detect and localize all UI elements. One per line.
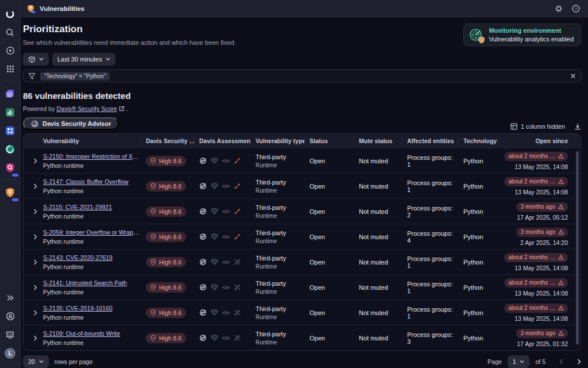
help-icon[interactable]: ? <box>572 5 580 13</box>
col-header-davis-assessment[interactable]: Davis Assessment <box>195 137 251 145</box>
table-body: S-2150: Improper Restriction of XML E… P… <box>24 148 581 350</box>
expand-sidebar-icon[interactable] <box>3 290 18 305</box>
table-row[interactable]: S-2143: CVE-2020-27619 Python runtime Hi… <box>24 249 581 274</box>
vertical-scrollbar[interactable] <box>576 151 579 344</box>
vulnerability-link[interactable]: S-2059: Integer Overflow or Wraparou… <box>43 229 141 236</box>
expand-row-chevron-icon[interactable] <box>30 234 40 240</box>
monitoring-environment-card[interactable]: Monitoring environment Vulnerability ana… <box>463 24 581 46</box>
expand-row-chevron-icon[interactable] <box>30 285 40 290</box>
table-row[interactable]: S-2135: CVE-2019-10160 Python runtime Hi… <box>24 300 581 325</box>
vulnerability-layer: Runtime <box>256 263 300 270</box>
col-header-affected-entities[interactable]: Affected entities <box>403 137 459 145</box>
technology-value: Python <box>459 259 499 266</box>
insights-icon[interactable] <box>3 327 18 342</box>
playback-icon[interactable] <box>3 43 18 58</box>
app-title: Vulnerabilities <box>40 5 84 12</box>
davis-assessment-cell: <!> <box>195 233 251 240</box>
affected-entities-value: Process groups: 1 <box>403 154 459 168</box>
col-header-davis-security-score[interactable]: Davis Security …↓ <box>141 137 195 145</box>
vulnerable-function-icon: <!> <box>222 183 230 189</box>
settings-gear-icon[interactable] <box>555 5 563 13</box>
col-header-vulnerability[interactable]: Vulnerability <box>24 137 141 145</box>
expand-row-chevron-icon[interactable] <box>30 183 40 189</box>
davis-security-score-link[interactable]: Davis® Security Score <box>56 105 117 112</box>
vulnerabilities-app-icon[interactable] <box>3 185 18 200</box>
rows-per-page-select[interactable]: 20 <box>23 355 49 368</box>
table-row[interactable]: S-2150: Improper Restriction of XML E… P… <box>24 148 581 173</box>
table-row[interactable]: S-2059: Integer Overflow or Wraparou… Py… <box>24 224 581 249</box>
kubernetes-app-icon[interactable] <box>3 141 18 156</box>
time-range-button[interactable]: Last 30 minutes <box>52 53 115 66</box>
page-subtitle: See which vulnerabilities need immediate… <box>23 39 236 46</box>
columns-hidden-button[interactable]: 1 column hidden <box>510 123 565 130</box>
next-page-button[interactable] <box>577 359 581 365</box>
expand-row-chevron-icon[interactable] <box>30 335 40 341</box>
expand-row-chevron-icon[interactable] <box>30 259 40 265</box>
clear-filter-icon[interactable] <box>570 73 576 79</box>
vulnerability-link[interactable]: S-2109: Out-of-bounds Write <box>43 330 120 337</box>
public-exploit-icon <box>234 233 241 240</box>
filter-chip[interactable]: "Technology" = "Python" <box>40 72 110 80</box>
shield-x-icon <box>150 183 156 189</box>
affected-entities-value: Process groups: 1 <box>403 179 459 193</box>
apps-grid-icon[interactable] <box>3 62 18 76</box>
technology-value: Python <box>459 335 499 342</box>
vulnerability-link[interactable]: S-2143: CVE-2020-27619 <box>43 254 113 261</box>
davis-assessment-cell: <!> <box>195 309 251 316</box>
vulnerability-link[interactable]: S-2147: Classic Buffer Overflow <box>43 178 129 185</box>
col-header-mute-status[interactable]: Mute status <box>354 137 403 145</box>
page-title: Prioritization <box>23 24 236 35</box>
col-header-vulnerability-type[interactable]: Vulnerability type <box>251 137 305 145</box>
status-value: Open <box>305 233 354 240</box>
scope-selector-button[interactable] <box>23 53 49 66</box>
page-select[interactable]: 1 <box>508 355 530 368</box>
mute-status-value: Not muted <box>354 158 403 164</box>
public-exploit-icon <box>234 258 241 266</box>
table-row[interactable]: S-2109: Out-of-bounds Write Python runti… <box>24 325 581 350</box>
support-icon[interactable] <box>3 309 18 324</box>
metrics-app-icon[interactable] <box>3 105 18 120</box>
col-header-status[interactable]: Status <box>305 137 354 145</box>
vulnerability-link[interactable]: S-2141: Untrusted Search Path <box>43 279 127 286</box>
col-header-open-since[interactable]: Open since <box>499 137 574 145</box>
search-icon[interactable] <box>3 25 18 40</box>
internet-exposure-icon <box>199 157 207 164</box>
affected-entities-value: Process groups: 3 <box>403 331 459 345</box>
public-exploit-icon <box>234 283 241 291</box>
dynatrace-logo[interactable] <box>3 6 18 21</box>
vulnerability-link[interactable]: S-2150: Improper Restriction of XML E… <box>43 153 141 160</box>
download-icon[interactable] <box>574 123 581 130</box>
warning-triangle-icon <box>558 280 564 285</box>
technology-value: Python <box>459 208 499 215</box>
vulnerable-function-icon: <!> <box>222 158 230 164</box>
svg-text:?: ? <box>575 6 578 11</box>
affected-entities-value: Process groups: 1 <box>403 281 459 294</box>
table-row[interactable]: S-2147: Classic Buffer Overflow Python r… <box>24 173 581 198</box>
col-header-technology[interactable]: Technology <box>459 137 499 145</box>
clouds-app-icon[interactable] <box>3 86 18 101</box>
dashboards-app-icon[interactable] <box>3 123 18 138</box>
vulnerability-link[interactable]: S-2135: CVE-2019-10160 <box>43 305 113 312</box>
status-value: Open <box>305 335 354 342</box>
internet-exposure-icon <box>199 283 207 291</box>
vulnerable-function-icon: <!> <box>222 335 230 341</box>
vulnerabilities-app-icon-small <box>26 4 35 13</box>
table-row[interactable]: S-2141: Untrusted Search Path Python run… <box>24 274 581 300</box>
expand-row-chevron-icon[interactable] <box>30 158 40 164</box>
cube-icon <box>28 56 36 63</box>
vulnerability-link[interactable]: S-2115: CVE-2021-29921 <box>43 204 112 210</box>
davis-security-advisor-button[interactable]: Davis Security Advisor <box>23 117 119 130</box>
user-avatar[interactable]: L <box>3 346 18 361</box>
vulnerable-function-icon: <!> <box>222 233 230 240</box>
previous-page-button[interactable] <box>559 359 563 365</box>
filter-query-input[interactable]: "Technology" = "Python" <box>23 70 581 82</box>
vulnerability-layer: Runtime <box>256 339 300 346</box>
expand-row-chevron-icon[interactable] <box>30 209 40 214</box>
expand-row-chevron-icon[interactable] <box>30 310 40 316</box>
open-since-badge: about 2 months … <box>504 152 568 161</box>
security-investigator-app-icon[interactable] <box>3 160 18 175</box>
table-row[interactable]: S-2115: CVE-2021-29921 Python runtime Hi… <box>24 198 581 224</box>
open-since-date: 13 May 2025, 14:08 <box>499 290 568 297</box>
status-value: Open <box>305 284 354 291</box>
affected-entities-value: Process groups: 1 <box>403 255 459 269</box>
